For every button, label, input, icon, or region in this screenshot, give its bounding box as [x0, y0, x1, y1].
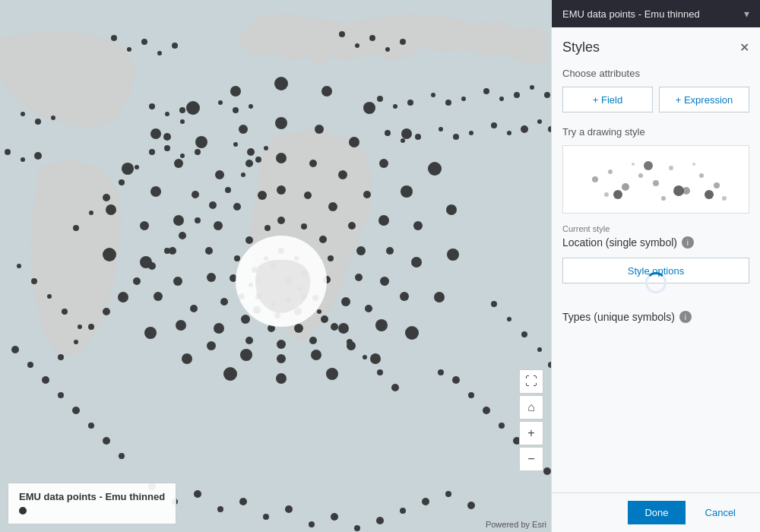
svg-point-186 [452, 376, 460, 384]
svg-point-141 [400, 292, 409, 301]
svg-point-49 [499, 97, 504, 101]
svg-point-42 [377, 96, 383, 102]
svg-point-198 [78, 325, 82, 329]
svg-point-29 [135, 165, 139, 169]
svg-point-34 [35, 119, 41, 125]
svg-point-169 [182, 353, 192, 364]
svg-point-232 [622, 183, 629, 191]
svg-point-156 [274, 77, 288, 90]
svg-point-208 [172, 43, 178, 49]
types-label-text: Types (unique symbols) [562, 311, 675, 323]
svg-point-143 [347, 341, 356, 350]
chevron-down-icon[interactable]: ▾ [744, 8, 749, 20]
svg-point-167 [276, 373, 287, 384]
svg-point-62 [385, 130, 391, 136]
svg-point-212 [385, 47, 390, 52]
drawing-style-preview[interactable] [562, 145, 749, 214]
svg-point-244 [613, 190, 622, 199]
svg-point-11 [103, 308, 110, 315]
add-field-button[interactable]: + Field [562, 87, 653, 112]
svg-point-148 [176, 320, 186, 331]
svg-point-108 [220, 298, 228, 306]
zoom-in-button[interactable]: + [519, 421, 543, 445]
info-icon[interactable]: i [682, 236, 694, 249]
svg-point-210 [355, 43, 359, 48]
map-tools: ⛶ ⌂ + − [519, 369, 543, 471]
svg-point-35 [51, 116, 55, 120]
style-options-button[interactable]: Style options [562, 258, 749, 283]
home-icon: ⌂ [527, 401, 535, 414]
types-info-icon[interactable]: i [679, 311, 692, 323]
svg-point-53 [5, 149, 11, 155]
svg-point-45 [431, 93, 435, 97]
svg-point-39 [218, 100, 223, 105]
svg-point-117 [363, 191, 371, 198]
add-expression-button[interactable]: + Expression [659, 87, 749, 112]
svg-point-177 [230, 86, 241, 97]
svg-point-204 [111, 35, 117, 41]
svg-point-175 [150, 128, 161, 139]
svg-point-51 [530, 85, 534, 90]
svg-point-13 [74, 340, 78, 344]
svg-point-114 [276, 153, 287, 163]
svg-point-162 [447, 249, 459, 261]
svg-point-61 [264, 146, 268, 150]
svg-point-201 [521, 331, 527, 337]
done-button[interactable]: Done [628, 501, 685, 524]
zoom-out-button[interactable]: − [519, 447, 543, 471]
close-button[interactable]: ✕ [739, 42, 749, 54]
svg-point-142 [375, 319, 388, 331]
svg-point-54 [21, 157, 25, 162]
svg-point-240 [632, 163, 635, 166]
svg-point-122 [338, 323, 349, 334]
svg-point-57 [180, 154, 185, 158]
svg-point-113 [258, 191, 267, 200]
svg-point-221 [309, 521, 315, 527]
svg-point-40 [233, 107, 239, 113]
svg-point-48 [483, 88, 489, 94]
svg-point-123 [309, 337, 317, 344]
fullscreen-button[interactable]: ⛶ [519, 369, 543, 394]
svg-point-28 [119, 179, 125, 185]
screen-icon: ⛶ [525, 375, 537, 388]
svg-point-174 [122, 163, 134, 175]
svg-point-226 [422, 498, 429, 505]
svg-point-66 [453, 134, 459, 140]
svg-point-107 [241, 315, 250, 324]
svg-point-227 [445, 491, 451, 497]
svg-point-36 [149, 103, 155, 109]
svg-point-245 [673, 185, 684, 196]
map-area[interactable]: EMU data points - Emu thinned Powered by… [0, 0, 551, 532]
svg-point-241 [661, 196, 666, 201]
svg-point-97 [277, 185, 286, 195]
home-button[interactable]: ⌂ [519, 395, 543, 420]
svg-point-109 [207, 273, 216, 282]
attributes-buttons: + Field + Expression [562, 87, 749, 112]
svg-point-59 [233, 142, 238, 147]
svg-point-197 [62, 309, 68, 315]
svg-point-99 [328, 202, 337, 211]
svg-point-213 [400, 39, 406, 45]
svg-point-70 [521, 125, 528, 133]
powered-by-label: Powered by Esri [486, 520, 546, 529]
svg-point-151 [140, 221, 149, 230]
svg-point-222 [331, 513, 338, 521]
svg-point-22 [363, 355, 367, 359]
svg-point-119 [386, 247, 394, 255]
cancel-button[interactable]: Cancel [692, 501, 749, 524]
svg-point-230 [592, 176, 598, 182]
svg-point-38 [179, 107, 185, 113]
svg-point-14 [58, 354, 64, 360]
svg-point-58 [195, 149, 201, 155]
svg-point-223 [354, 525, 360, 531]
svg-point-193 [438, 369, 444, 375]
svg-point-26 [89, 211, 93, 215]
svg-point-202 [537, 347, 542, 352]
svg-point-60 [247, 148, 255, 156]
svg-point-216 [194, 490, 201, 498]
svg-point-130 [173, 215, 184, 226]
styles-title-text: Styles [562, 40, 600, 55]
svg-point-243 [722, 196, 727, 201]
svg-point-112 [233, 203, 241, 211]
svg-point-64 [415, 134, 421, 140]
